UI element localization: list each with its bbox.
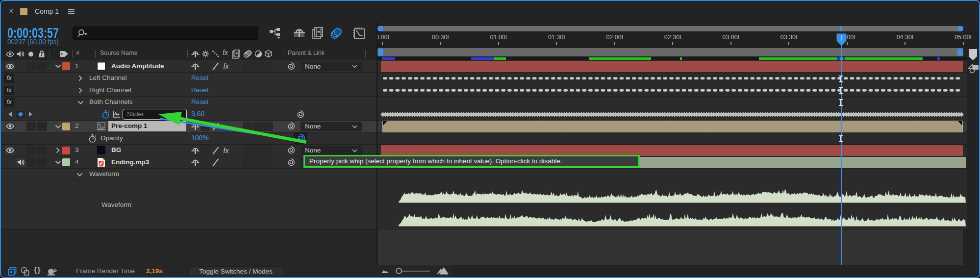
render-time-pane-icon[interactable] bbox=[47, 267, 57, 276]
parent-pickwhip[interactable] bbox=[287, 122, 295, 130]
audio-toggle[interactable] bbox=[16, 62, 25, 71]
adjustment-switch[interactable] bbox=[253, 146, 263, 155]
collapse-switch[interactable] bbox=[201, 158, 210, 167]
parent-pickwhip[interactable] bbox=[287, 146, 295, 154]
time-navigator-bar[interactable] bbox=[377, 26, 963, 31]
timeline-empty-area[interactable] bbox=[377, 229, 963, 265]
shy-switch[interactable] bbox=[190, 158, 200, 167]
work-area-start-handle[interactable] bbox=[378, 49, 383, 56]
stopwatch-button[interactable] bbox=[101, 110, 110, 119]
video-toggle[interactable] bbox=[5, 158, 15, 167]
motion-blur-switch[interactable] bbox=[243, 122, 252, 131]
adjustment-column-icon[interactable] bbox=[254, 50, 262, 58]
in-out-panes-icon[interactable]: {} bbox=[34, 266, 43, 276]
parent-pickwhip[interactable] bbox=[287, 158, 295, 167]
effect-name[interactable]: Both Channels bbox=[89, 98, 133, 105]
frame-blend-switch[interactable] bbox=[231, 62, 241, 71]
panel-divider[interactable] bbox=[377, 22, 377, 265]
layer-label-swatch[interactable] bbox=[62, 62, 70, 70]
layer-label-swatch[interactable] bbox=[62, 123, 70, 130]
property-pickwhip[interactable] bbox=[296, 110, 304, 119]
effect-name[interactable]: Left Channel bbox=[89, 74, 127, 81]
playhead-marker[interactable] bbox=[836, 33, 847, 47]
expression-graph-button[interactable] bbox=[113, 111, 121, 118]
zoom-in-icon[interactable] bbox=[437, 267, 449, 275]
timeline-track-row[interactable] bbox=[377, 108, 967, 121]
layer-bar-pre-comp[interactable] bbox=[382, 121, 963, 132]
adjustment-switch[interactable] bbox=[253, 62, 263, 71]
timeline-track-row[interactable] bbox=[377, 73, 967, 85]
work-area-bar[interactable] bbox=[377, 48, 963, 56]
group-name[interactable]: Waveform bbox=[89, 170, 119, 177]
fx-switch[interactable] bbox=[221, 158, 231, 167]
reset-link[interactable]: Reset bbox=[191, 98, 208, 105]
adjustment-switch[interactable] bbox=[253, 122, 263, 131]
threed-switch[interactable] bbox=[263, 62, 273, 71]
layer-label-swatch[interactable] bbox=[62, 158, 70, 166]
parent-dropdown[interactable]: None bbox=[301, 62, 362, 71]
adjustment-switch[interactable] bbox=[253, 158, 263, 167]
layer-switches-pane-icon[interactable] bbox=[8, 267, 17, 276]
property-value[interactable]: 100% bbox=[191, 134, 209, 142]
quality-switch[interactable] bbox=[211, 158, 221, 167]
timeline-track-row[interactable] bbox=[377, 97, 967, 109]
parent-dropdown[interactable]: None bbox=[301, 146, 362, 155]
lock-toggle[interactable] bbox=[37, 158, 47, 167]
frame-blend-column-icon[interactable] bbox=[232, 50, 241, 59]
motion-blur-button[interactable] bbox=[330, 27, 343, 40]
lock-toggle[interactable] bbox=[37, 122, 47, 131]
lock-toggle[interactable] bbox=[37, 146, 47, 155]
motion-blur-switch[interactable] bbox=[243, 158, 252, 167]
layer-list-empty-area[interactable] bbox=[1, 229, 377, 265]
audio-column-icon[interactable] bbox=[17, 51, 25, 57]
column-number[interactable]: # bbox=[76, 50, 79, 56]
layer-label-swatch[interactable] bbox=[62, 147, 70, 154]
label-column-icon[interactable] bbox=[59, 50, 69, 58]
next-keyframe-button[interactable] bbox=[28, 111, 33, 117]
tab-title[interactable]: Comp 1 bbox=[35, 7, 59, 15]
effect-expand-toggle[interactable] bbox=[77, 87, 84, 94]
property-value[interactable]: 3,60 bbox=[191, 110, 204, 118]
quality-switch[interactable] bbox=[211, 62, 221, 71]
property-pickwhip[interactable] bbox=[296, 134, 305, 143]
shy-switch[interactable] bbox=[190, 122, 200, 131]
navigator-end-handle[interactable] bbox=[958, 26, 963, 31]
audio-toggle[interactable] bbox=[16, 146, 25, 155]
collapse-switch[interactable] bbox=[201, 146, 210, 155]
solo-toggle[interactable] bbox=[26, 62, 36, 71]
solo-toggle[interactable] bbox=[26, 146, 36, 155]
close-tab-icon[interactable]: × bbox=[7, 6, 15, 16]
video-toggle[interactable] bbox=[5, 122, 15, 131]
column-parent-link[interactable]: Parent & Link bbox=[288, 50, 325, 56]
navigator-start-handle[interactable] bbox=[377, 26, 383, 31]
collapse-switch[interactable] bbox=[201, 62, 210, 71]
column-source-name[interactable]: Source Name bbox=[100, 50, 137, 56]
zoom-slider-knob[interactable] bbox=[396, 268, 402, 274]
effect-expand-toggle[interactable] bbox=[77, 75, 84, 81]
collapse-switch[interactable] bbox=[201, 122, 210, 131]
shy-switch[interactable] bbox=[190, 146, 200, 155]
layer-name[interactable]: Pre-comp 1 bbox=[111, 122, 148, 129]
frame-blend-switch[interactable] bbox=[231, 146, 241, 155]
timeline-track-row[interactable] bbox=[377, 132, 967, 145]
motion-blur-column-icon[interactable] bbox=[243, 50, 253, 58]
threed-switch[interactable] bbox=[263, 146, 273, 155]
lock-column-icon[interactable] bbox=[38, 50, 45, 58]
fx-switch[interactable]: fx bbox=[221, 62, 231, 71]
effect-name[interactable]: Right Channel bbox=[89, 86, 131, 94]
audio-toggle[interactable] bbox=[16, 122, 25, 131]
reset-link[interactable]: Reset bbox=[191, 86, 208, 94]
fx-switch[interactable] bbox=[221, 122, 231, 131]
work-area-end-handle[interactable] bbox=[957, 49, 963, 56]
video-toggle[interactable] bbox=[5, 62, 15, 71]
transfer-controls-pane-icon[interactable] bbox=[21, 267, 29, 276]
graph-editor-button[interactable] bbox=[352, 27, 365, 40]
shy-column-icon[interactable] bbox=[191, 50, 200, 58]
solo-toggle[interactable] bbox=[26, 122, 36, 131]
search-input[interactable] bbox=[73, 26, 258, 40]
quality-switch[interactable] bbox=[211, 122, 221, 131]
motion-blur-switch[interactable] bbox=[243, 62, 252, 71]
layer-expand-toggle[interactable] bbox=[54, 124, 62, 129]
threed-column-icon[interactable] bbox=[264, 50, 273, 58]
time-ruler[interactable]: 0:00f00:30f01:00f01:30f02:00f02:30f03:00… bbox=[377, 31, 979, 48]
